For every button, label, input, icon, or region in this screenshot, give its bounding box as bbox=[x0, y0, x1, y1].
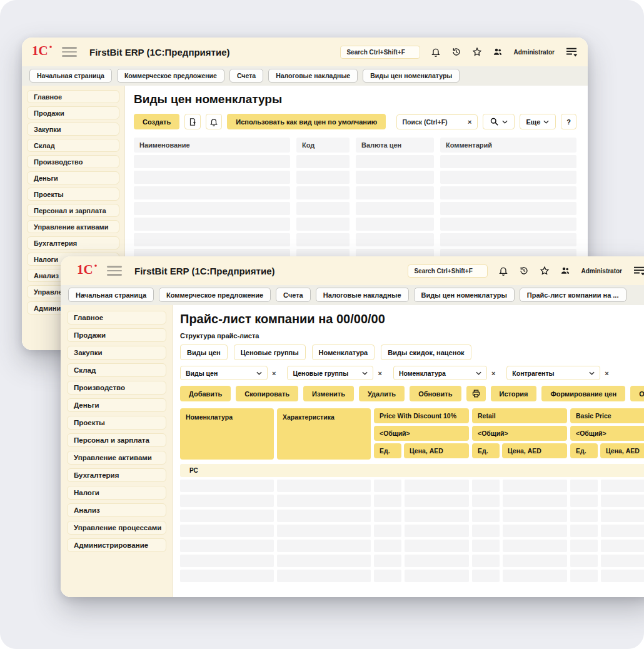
notifications-bell-icon[interactable] bbox=[431, 47, 441, 57]
sidebar-item-hr[interactable]: Персонал и зарплата bbox=[27, 204, 119, 217]
users-icon[interactable] bbox=[560, 266, 570, 276]
table-row[interactable] bbox=[134, 202, 576, 215]
table-row[interactable] bbox=[180, 570, 644, 582]
table-row[interactable] bbox=[180, 480, 644, 492]
history-icon[interactable] bbox=[451, 47, 461, 57]
sidebar-item-projects[interactable]: Проекты bbox=[27, 188, 119, 201]
price-group-name[interactable]: Basic Price bbox=[570, 408, 644, 423]
unit-column-header[interactable]: Ед. bbox=[472, 443, 500, 458]
price-column-header[interactable]: Цена, AED bbox=[600, 443, 644, 458]
price-formation-button[interactable]: Формирование цен bbox=[541, 386, 625, 401]
structure-price-types-button[interactable]: Виды цен bbox=[180, 345, 228, 360]
table-row[interactable] bbox=[180, 510, 644, 522]
refresh-button[interactable]: Обновить bbox=[410, 386, 461, 401]
favorites-star-icon[interactable] bbox=[540, 266, 550, 276]
column-header-nomenclature[interactable]: Номенклатура bbox=[180, 408, 274, 460]
table-row[interactable] bbox=[134, 171, 576, 184]
help-button[interactable]: ? bbox=[561, 114, 576, 129]
main-menu-icon[interactable] bbox=[633, 266, 644, 276]
hamburger-menu-icon[interactable] bbox=[62, 47, 77, 57]
table-row[interactable] bbox=[180, 555, 644, 567]
table-row[interactable] bbox=[180, 540, 644, 552]
price-group-scope[interactable]: <Общий> bbox=[570, 426, 644, 441]
structure-discounts-button[interactable]: Виды скидок, наценок bbox=[381, 345, 471, 360]
tab-tax-invoices[interactable]: Налоговые накладные bbox=[316, 288, 409, 302]
table-row[interactable] bbox=[134, 233, 576, 246]
price-group-scope[interactable]: <Общий> bbox=[472, 426, 567, 441]
column-header-name[interactable]: Наименование bbox=[134, 138, 290, 153]
table-row[interactable] bbox=[180, 495, 644, 507]
show-header-button[interactable]: Отображать заголовок bbox=[630, 386, 644, 401]
favorites-star-icon[interactable] bbox=[472, 47, 482, 57]
filter-clear-icon[interactable]: × bbox=[489, 370, 498, 377]
sidebar-item-analysis[interactable]: Анализ bbox=[67, 503, 166, 517]
current-user-label[interactable]: Administrator bbox=[513, 49, 555, 56]
sidebar-item-main[interactable]: Главное bbox=[27, 90, 119, 103]
history-icon[interactable] bbox=[519, 266, 529, 276]
sidebar-item-assets[interactable]: Управление активами bbox=[67, 451, 166, 465]
filter-counterparties-select[interactable]: Контрагенты bbox=[506, 366, 600, 380]
column-header-comment[interactable]: Комментарий bbox=[440, 138, 576, 153]
tab-price-types[interactable]: Виды цен номенклатуры bbox=[363, 69, 460, 83]
list-search[interactable]: × bbox=[396, 114, 478, 129]
filter-nomenclature-select[interactable]: Номенклатура bbox=[393, 366, 487, 380]
copy-button[interactable]: Скопировать bbox=[236, 386, 298, 401]
tab-home[interactable]: Начальная страница bbox=[29, 69, 112, 83]
sidebar-item-money[interactable]: Деньги bbox=[67, 398, 166, 412]
sidebar-item-process-management[interactable]: Управление процессами bbox=[67, 521, 166, 535]
clear-search-icon[interactable]: × bbox=[465, 118, 474, 126]
tab-invoices[interactable]: Счета bbox=[276, 288, 311, 302]
new-document-icon[interactable] bbox=[184, 114, 201, 129]
global-search[interactable] bbox=[408, 264, 488, 278]
sidebar-item-warehouse[interactable]: Склад bbox=[27, 139, 119, 152]
tab-commercial-offer[interactable]: Коммерческое предложение bbox=[117, 69, 224, 83]
price-column-header[interactable]: Цена, AED bbox=[404, 443, 469, 458]
sidebar-item-production[interactable]: Производство bbox=[27, 155, 119, 168]
sidebar-item-sales[interactable]: Продажи bbox=[27, 106, 119, 119]
sidebar-item-warehouse[interactable]: Склад bbox=[67, 363, 166, 377]
filter-clear-icon[interactable]: × bbox=[375, 370, 384, 377]
tab-home[interactable]: Начальная страница bbox=[68, 288, 154, 302]
structure-price-groups-button[interactable]: Ценовые группы bbox=[234, 345, 306, 360]
filter-price-groups-select[interactable]: Ценовые группы bbox=[287, 366, 373, 380]
history-button[interactable]: История bbox=[491, 386, 537, 401]
unit-column-header[interactable]: Ед. bbox=[374, 443, 401, 458]
sidebar-item-accounting[interactable]: Бухгалтерия bbox=[67, 468, 166, 482]
column-header-currency[interactable]: Валюта цен bbox=[356, 138, 434, 153]
list-search-input[interactable] bbox=[403, 118, 463, 126]
filter-clear-icon[interactable]: × bbox=[602, 370, 611, 377]
price-group-name[interactable]: Price With Discount 10% bbox=[374, 408, 469, 423]
column-header-characteristic[interactable]: Характеристика bbox=[277, 408, 371, 460]
sidebar-item-main[interactable]: Главное bbox=[67, 311, 166, 324]
main-menu-icon[interactable] bbox=[565, 47, 578, 57]
tab-commercial-offer[interactable]: Коммерческое предложение bbox=[159, 288, 271, 302]
tab-tax-invoices[interactable]: Налоговые накладные bbox=[268, 69, 358, 83]
sidebar-item-purchases[interactable]: Закупки bbox=[27, 123, 119, 136]
sidebar-item-taxes[interactable]: Налоги bbox=[67, 486, 166, 500]
sidebar-item-assets[interactable]: Управление активами bbox=[27, 220, 119, 233]
notifications-bell-icon[interactable] bbox=[498, 266, 508, 276]
sidebar-item-production[interactable]: Производство bbox=[67, 381, 166, 395]
tab-invoices[interactable]: Счета bbox=[229, 69, 263, 83]
use-as-default-button[interactable]: Использовать как вид цен по умолчанию bbox=[227, 114, 386, 129]
more-button[interactable]: Еще bbox=[520, 114, 556, 129]
delete-button[interactable]: Удалить bbox=[359, 386, 405, 401]
current-user-label[interactable]: Administrator bbox=[581, 268, 622, 274]
add-button[interactable]: Добавить bbox=[180, 386, 231, 401]
tab-price-types[interactable]: Виды цен номенклатуры bbox=[414, 288, 515, 302]
edit-button[interactable]: Изменить bbox=[303, 386, 354, 401]
advanced-search-button[interactable] bbox=[483, 114, 515, 129]
unit-column-header[interactable]: Ед. bbox=[570, 443, 598, 458]
global-search-input[interactable] bbox=[408, 264, 488, 278]
tab-price-list[interactable]: Прайс-лист компании на ... bbox=[520, 288, 626, 302]
global-search-input[interactable] bbox=[340, 46, 420, 59]
sidebar-item-administration[interactable]: Администрирование bbox=[67, 538, 166, 552]
filter-price-types-select[interactable]: Виды цен bbox=[180, 366, 268, 380]
sidebar-item-money[interactable]: Деньги bbox=[27, 171, 119, 184]
users-icon[interactable] bbox=[493, 47, 503, 57]
group-row-pc[interactable]: РС bbox=[180, 464, 644, 477]
table-row[interactable] bbox=[134, 155, 576, 168]
sidebar-item-sales[interactable]: Продажи bbox=[67, 328, 166, 342]
structure-nomenclature-button[interactable]: Номенклатура bbox=[312, 345, 375, 360]
price-group-scope[interactable]: <Общий> bbox=[374, 426, 469, 441]
